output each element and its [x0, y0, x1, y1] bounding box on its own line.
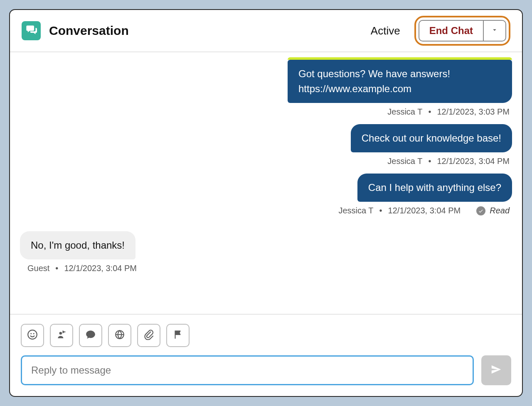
- read-check-icon: [476, 206, 485, 215]
- flag-button[interactable]: [166, 324, 190, 347]
- conversation-header: Conversation Active End Chat: [10, 10, 522, 52]
- svg-point-1: [30, 333, 32, 334]
- message-author: Jessica T: [338, 206, 373, 215]
- message-timestamp: 12/1/2023, 3:04 PM: [437, 157, 510, 166]
- chat-bubbles-icon: [25, 24, 37, 37]
- reply-input[interactable]: [21, 355, 474, 385]
- meta-separator: [426, 107, 433, 117]
- message-bubble: Got questions? We have answers! https://…: [288, 60, 512, 103]
- message-meta: Jessica T 12/1/2023, 3:04 PM: [387, 157, 512, 166]
- caret-down-icon: [491, 26, 498, 35]
- end-chat-highlight: End Chat: [414, 16, 510, 46]
- message-author: Guest: [27, 264, 49, 273]
- end-chat-button[interactable]: End Chat: [419, 21, 483, 41]
- transfer-button[interactable]: [50, 324, 73, 347]
- attach-button[interactable]: [137, 324, 160, 347]
- composer-input-row: [21, 355, 511, 385]
- message-bubble: Can I help with anything else?: [357, 174, 512, 202]
- message-timestamp: 12/1/2023, 3:03 PM: [437, 107, 510, 117]
- emoji-icon: [27, 329, 38, 342]
- svg-point-3: [59, 332, 62, 335]
- send-button[interactable]: [481, 355, 511, 385]
- composer: [10, 314, 522, 396]
- meta-separator: [378, 206, 384, 215]
- send-icon: [490, 363, 502, 377]
- message-meta: Guest 12/1/2023, 3:04 PM: [20, 264, 137, 273]
- message-bubble: Check out our knowledge base!: [351, 124, 512, 152]
- message-timestamp: 12/1/2023, 3:04 PM: [388, 206, 461, 215]
- message-row: Got questions? We have answers! https://…: [20, 60, 512, 117]
- read-label: Read: [490, 206, 510, 215]
- end-chat-split-button: End Chat: [419, 20, 506, 42]
- conversation-logo: [22, 21, 41, 40]
- svg-point-0: [28, 330, 37, 339]
- message-meta: Jessica T 12/1/2023, 3:03 PM: [387, 107, 512, 117]
- meta-separator: [54, 264, 60, 273]
- conversation-status: Active: [371, 24, 400, 37]
- message-row: No, I'm good, thanks! Guest 12/1/2023, 3…: [20, 231, 512, 273]
- meta-separator: [426, 157, 433, 166]
- message-bubble: No, I'm good, thanks!: [20, 231, 135, 259]
- message-timestamp: 12/1/2023, 3:04 PM: [64, 264, 137, 273]
- canned-response-button[interactable]: [79, 324, 102, 347]
- public-reply-button[interactable]: [108, 324, 131, 347]
- svg-point-2: [33, 333, 34, 334]
- transfer-person-icon: [56, 329, 67, 342]
- message-list: Got questions? We have answers! https://…: [10, 52, 522, 314]
- paperclip-icon: [143, 329, 154, 342]
- emoji-button[interactable]: [21, 324, 44, 347]
- message-author: Jessica T: [387, 157, 422, 166]
- flag-icon: [172, 329, 183, 342]
- message-row: Can I help with anything else? Jessica T…: [20, 174, 512, 215]
- conversation-panel: Conversation Active End Chat Got questio…: [9, 9, 523, 397]
- composer-toolbar: [21, 324, 511, 347]
- end-chat-dropdown-button[interactable]: [483, 21, 505, 41]
- globe-icon: [114, 329, 125, 342]
- message-row: Check out our knowledge base! Jessica T …: [20, 124, 512, 166]
- message-meta: Jessica T 12/1/2023, 3:04 PM Read: [338, 206, 512, 215]
- page-title: Conversation: [49, 24, 129, 38]
- speech-bubble-icon: [85, 329, 96, 342]
- message-author: Jessica T: [387, 107, 422, 117]
